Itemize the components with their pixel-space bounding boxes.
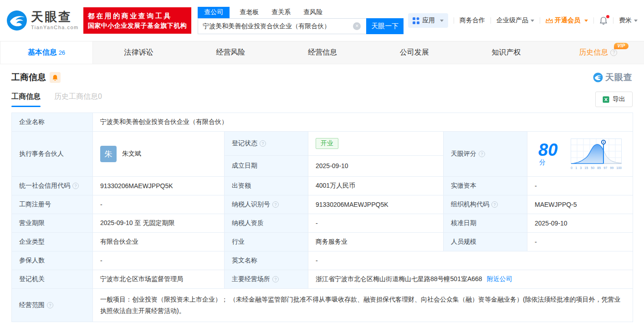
approval-date-label-cell: 核准日期 — [444, 214, 527, 233]
export-button[interactable]: 导出 — [595, 92, 633, 107]
table-row: 参保人数 - 英文名称 - — [12, 251, 633, 270]
chevron-down-icon — [531, 20, 534, 22]
field-label: 纳税人识别号 — [232, 200, 270, 208]
chevron-down-icon — [634, 20, 638, 22]
logo-text: 天眼查 TianYanCha.com — [31, 11, 79, 30]
table-row: 统一社会信用代码? 91330206MAEWJPPQ5K 出资额 4001万人民… — [12, 177, 633, 195]
score-value: 80 — [538, 140, 557, 159]
score-number: 80分 — [538, 141, 564, 167]
insured-count-value: - — [93, 251, 225, 270]
field-label: 行业 — [232, 238, 245, 245]
insured-count-label-cell: 参保人数 — [12, 251, 93, 270]
chevron-down-icon — [584, 20, 588, 22]
field-label: 登记机关 — [19, 275, 45, 282]
subscribe-bell-button[interactable] — [50, 72, 61, 83]
industry-label-cell: 行业 — [225, 233, 308, 251]
company-type-label-cell: 企业类型 — [12, 233, 93, 251]
tab-operation-risk[interactable]: 经营风险 — [184, 41, 276, 64]
notifications-bell[interactable] — [599, 16, 608, 25]
tab-operation-info[interactable]: 经营信息 — [276, 41, 368, 64]
nav-open-vip-label: 开通会员 — [555, 16, 580, 25]
taxpayer-quality-label-cell: 纳税人资质 — [225, 214, 308, 233]
username: 费米 — [619, 16, 632, 25]
taxpayer-id-label-cell: 纳税人识别号? — [225, 195, 308, 214]
nearby-companies-link[interactable]: 附近公司 — [487, 275, 512, 282]
org-code-value: MAEWJPPQ-5 — [527, 195, 633, 214]
field-label: 核准日期 — [451, 219, 476, 226]
watermark-text: 天眼查 — [605, 72, 633, 83]
score-unit: 分 — [539, 159, 546, 166]
score-curve — [571, 138, 622, 164]
help-icon[interactable]: ? — [260, 140, 266, 147]
tab-legal[interactable]: 法律诉讼 — [93, 41, 185, 64]
search-tab-relation[interactable]: 查关系 — [271, 7, 291, 18]
crown-icon — [546, 18, 553, 24]
field-label: 企业类型 — [19, 238, 45, 245]
taxpayer-quality-value: - — [308, 214, 444, 233]
search-tab-risk[interactable]: 查风险 — [303, 7, 322, 18]
company-name-label-cell: 企业名称 — [12, 113, 93, 132]
tab-history-info-label: 历史信息 — [579, 48, 608, 57]
staff-size-value: - — [527, 233, 633, 251]
help-icon[interactable]: ? — [610, 49, 617, 56]
tab-history-info[interactable]: VIP 历史信息 ? — [552, 41, 644, 64]
table-row: 营业期限 2025-09-10 至 无固定期限 纳税人资质 - 核准日期 202… — [12, 214, 633, 233]
nav-enterprise[interactable]: 企业级产品 — [496, 16, 534, 25]
capital-value: 4001万人民币 — [308, 177, 444, 195]
business-term-label-cell: 营业期限 — [12, 214, 93, 233]
user-menu[interactable]: 费米 — [619, 16, 638, 25]
tab-company-development[interactable]: 公司发展 — [368, 41, 460, 64]
reg-authority-label-cell: 登记机关 — [12, 270, 93, 289]
partner-value-cell: 朱 朱文斌 — [93, 132, 225, 177]
nav-open-vip[interactable]: 开通会员 — [546, 16, 588, 25]
field-label: 纳税人资质 — [232, 219, 264, 226]
business-scope-label-cell: 经营范围? — [12, 289, 93, 322]
page-title: 工商信息 — [11, 72, 46, 83]
avatar[interactable]: 朱 — [100, 146, 117, 162]
slogan-banner: 都在用的商业查询工具 国家中小企业发展子基金旗下机构 — [83, 7, 192, 34]
apps-menu[interactable]: 应用 — [408, 13, 448, 28]
establish-date-label-cell: 成立日期 — [225, 155, 308, 176]
tab-company-development-label: 公司发展 — [400, 48, 429, 57]
field-label: 经营范围 — [19, 301, 45, 308]
nav-enterprise-label: 企业级产品 — [496, 16, 528, 25]
business-address-label-cell: 主要经营场所? — [225, 270, 308, 289]
tab-basic-info[interactable]: 基本信息 26 — [0, 41, 93, 64]
industry-value: 商务服务业 — [308, 233, 444, 251]
score-axis-labels: 01 315 5085 9799 100 — [571, 166, 622, 169]
help-icon[interactable]: ? — [479, 151, 485, 157]
field-label: 企业名称 — [19, 118, 45, 125]
tab-intellectual-property-label: 知识产权 — [491, 48, 521, 57]
search-row: × 天眼一下 — [198, 18, 404, 34]
paid-capital-value: - — [527, 177, 633, 195]
tianyancha-logo[interactable]: 天眼查 TianYanCha.com — [6, 10, 79, 31]
search-input[interactable] — [198, 18, 366, 34]
brand-domain: TianYanCha.com — [31, 25, 79, 30]
help-icon[interactable]: ? — [272, 201, 279, 208]
credit-code-value: 91330206MAEWJPPQ5K — [93, 177, 225, 195]
search-tab-boss[interactable]: 查老板 — [240, 7, 259, 18]
search-tab-company[interactable]: 查公司 — [198, 7, 230, 18]
tab-intellectual-property[interactable]: 知识产权 — [460, 41, 552, 64]
business-info-table: 企业名称 宁波美和美善创业投资合伙企业（有限合伙） 执行事务合伙人 朱 朱文斌 … — [11, 113, 633, 322]
partner-name[interactable]: 朱文斌 — [122, 150, 141, 158]
subtab-row: 工商信息 历史工商信息0 导出 — [11, 92, 633, 107]
field-label: 登记状态 — [232, 139, 257, 147]
slogan-line2: 国家中小企业发展子基金旗下机构 — [88, 21, 187, 30]
field-label: 天眼评分 — [451, 150, 476, 157]
reg-authority-value: 宁波市北仑区市场监督管理局 — [93, 270, 225, 289]
help-icon[interactable]: ? — [72, 183, 79, 189]
status-badge: 开业 — [316, 138, 338, 149]
subtab-history-business-info[interactable]: 历史工商信息0 — [54, 92, 102, 107]
nav-cooperation[interactable]: 商务合作 — [460, 16, 485, 25]
search-button[interactable]: 天眼一下 — [366, 18, 404, 34]
help-icon[interactable]: ? — [491, 201, 498, 208]
table-row: 工商注册号 - 纳税人识别号? 91330206MAEWJPPQ5K 组织机构代… — [12, 195, 633, 214]
help-icon[interactable]: ? — [272, 276, 279, 282]
help-icon[interactable]: ? — [47, 302, 53, 308]
partner-label-cell: 执行事务合伙人 — [12, 132, 93, 177]
section-header: 工商信息 天眼查 — [11, 72, 633, 83]
subtab-business-info[interactable]: 工商信息 — [11, 92, 41, 107]
brand-name: 天眼查 — [31, 11, 79, 23]
field-label: 成立日期 — [232, 162, 257, 169]
